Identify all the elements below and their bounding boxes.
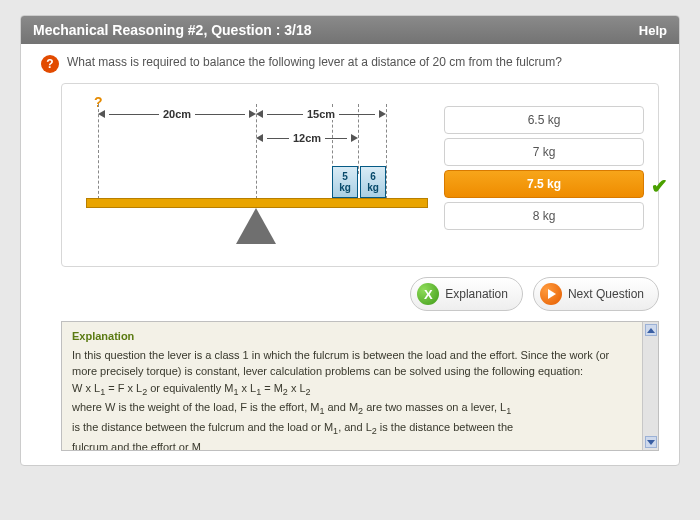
action-row: X Explanation Next Question bbox=[21, 277, 679, 321]
answer-option-selected[interactable]: 7.5 kg bbox=[444, 170, 644, 198]
explanation-text: where W is the weight of the load, F is … bbox=[72, 401, 511, 413]
lever-beam bbox=[86, 198, 428, 208]
dimension-label: 15cm bbox=[303, 108, 339, 120]
correct-check-icon: ✔ bbox=[651, 174, 668, 198]
button-label: Explanation bbox=[445, 287, 508, 301]
dimension-15cm: 15cm bbox=[256, 108, 386, 120]
mass-value: 5 bbox=[342, 171, 348, 182]
dimension-12cm: 12cm bbox=[256, 132, 358, 144]
explanation-equation: W x L1 = F x L2 or equivalently M1 x L1 … bbox=[72, 382, 311, 394]
question-text: What mass is required to balance the fol… bbox=[67, 54, 562, 71]
explanation-button[interactable]: X Explanation bbox=[410, 277, 523, 311]
answer-option[interactable]: 8 kg bbox=[444, 202, 644, 230]
mass-block-6kg: 6 kg bbox=[360, 166, 386, 198]
explanation-text: is the distance between the fulcrum and … bbox=[72, 421, 513, 433]
scrollbar[interactable] bbox=[642, 322, 658, 450]
button-label: Next Question bbox=[568, 287, 644, 301]
explanation-text: fulcrum and the effort or M bbox=[72, 441, 201, 450]
scroll-up-icon[interactable] bbox=[645, 324, 657, 336]
answer-option[interactable]: 7 kg bbox=[444, 138, 644, 166]
answer-option[interactable]: 6.5 kg bbox=[444, 106, 644, 134]
explanation-text: In this question the lever is a class 1 … bbox=[72, 349, 609, 378]
app-window: Mechanical Reasoning #2, Question : 3/18… bbox=[20, 15, 680, 466]
guide-line bbox=[386, 104, 387, 199]
question-icon: ? bbox=[41, 55, 59, 73]
scroll-down-icon[interactable] bbox=[645, 436, 657, 448]
dimension-label: 20cm bbox=[159, 108, 195, 120]
question-row: ? What mass is required to balance the f… bbox=[21, 44, 679, 79]
explanation-heading: Explanation bbox=[72, 328, 632, 345]
lever-diagram: ? 20cm 15cm 12cm 5 bbox=[76, 94, 428, 254]
fulcrum-icon bbox=[236, 208, 276, 244]
title-text: Mechanical Reasoning #2, Question : 3/18 bbox=[33, 22, 312, 38]
title-bar: Mechanical Reasoning #2, Question : 3/18… bbox=[21, 16, 679, 44]
x-icon: X bbox=[417, 283, 439, 305]
help-link[interactable]: Help bbox=[639, 23, 667, 38]
content-panel: ? 20cm 15cm 12cm 5 bbox=[61, 83, 659, 267]
dimension-label: 12cm bbox=[289, 132, 325, 144]
dimension-20cm: 20cm bbox=[98, 108, 256, 120]
mass-unit: kg bbox=[367, 182, 379, 193]
mass-block-5kg: 5 kg bbox=[332, 166, 358, 198]
explanation-panel: Explanation In this question the lever i… bbox=[61, 321, 659, 451]
mass-unit: kg bbox=[339, 182, 351, 193]
mass-value: 6 bbox=[370, 171, 376, 182]
play-icon bbox=[540, 283, 562, 305]
next-question-button[interactable]: Next Question bbox=[533, 277, 659, 311]
explanation-body: Explanation In this question the lever i… bbox=[62, 322, 642, 450]
answer-list: 6.5 kg 7 kg 7.5 kg ✔ 8 kg bbox=[444, 106, 644, 254]
